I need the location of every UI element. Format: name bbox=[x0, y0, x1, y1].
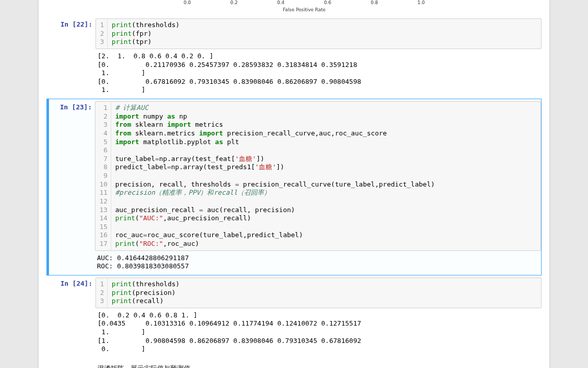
code-cell-22[interactable]: In [22]: 1 2 3 print(thresholds) print(f… bbox=[46, 16, 542, 99]
plot-roc-fragment: 0.0 0.2 0.4 0.6 0.8 1.0 False Positive R… bbox=[46, 0, 542, 16]
code-content[interactable]: print(thresholds) print(precision) print… bbox=[108, 278, 184, 308]
output-24: [0. 0.2 0.4 0.6 0.8 1. ] [0.0435 0.10313… bbox=[95, 308, 542, 356]
prompt-in-24: In [24]: bbox=[50, 278, 95, 356]
plot-xlabel: False Positive Rate bbox=[46, 7, 542, 12]
markdown-cell[interactable]: 混淆矩阵，展示实际值与预测值 bbox=[46, 358, 542, 368]
code-cell-23[interactable]: In [23]: 1 2 3 4 5 6 7 8 9 10 11 12 13 1… bbox=[46, 99, 542, 275]
prompt-in-22: In [22]: bbox=[50, 18, 95, 97]
markdown-content: 混淆矩阵，展示实际值与预测值 bbox=[95, 360, 542, 368]
prompt-in-23: In [23]: bbox=[49, 101, 95, 273]
tick-0: 0.0 bbox=[177, 0, 198, 5]
code-content[interactable]: # 计算AUC import numpy as np from sklearn … bbox=[111, 102, 439, 250]
code-content[interactable]: print(thresholds) print(fpr) print(tpr) bbox=[108, 19, 184, 49]
tick-4: 0.8 bbox=[364, 0, 384, 5]
tick-3: 0.6 bbox=[317, 0, 338, 5]
linenos: 1 2 3 bbox=[96, 19, 108, 49]
code-cell-24[interactable]: In [24]: 1 2 3 print(thresholds) print(p… bbox=[46, 275, 542, 358]
code-editor-23[interactable]: 1 2 3 4 5 6 7 8 9 10 11 12 13 14 15 16 1… bbox=[95, 101, 541, 251]
output-23: AUC: 0.4164428806291187 ROC: 0.803981830… bbox=[95, 251, 541, 273]
tick-5: 1.0 bbox=[411, 0, 431, 5]
prompt-md bbox=[50, 360, 95, 368]
linenos: 1 2 3 4 5 6 7 8 9 10 11 12 13 14 15 16 1… bbox=[95, 102, 111, 250]
tick-2: 0.4 bbox=[271, 0, 291, 5]
code-editor-22[interactable]: 1 2 3 print(thresholds) print(fpr) print… bbox=[95, 18, 542, 49]
plot-x-ticks: 0.0 0.2 0.4 0.6 0.8 1.0 bbox=[143, 0, 445, 5]
notebook-container: 0.0 0.2 0.4 0.6 0.8 1.0 False Positive R… bbox=[39, 0, 549, 368]
tick-1: 0.2 bbox=[224, 0, 244, 5]
code-editor-24[interactable]: 1 2 3 print(thresholds) print(precision)… bbox=[95, 278, 542, 308]
linenos: 1 2 3 bbox=[96, 278, 108, 308]
output-22: [2. 1. 0.8 0.6 0.4 0.2 0. ] [0. 0.211709… bbox=[95, 49, 542, 97]
